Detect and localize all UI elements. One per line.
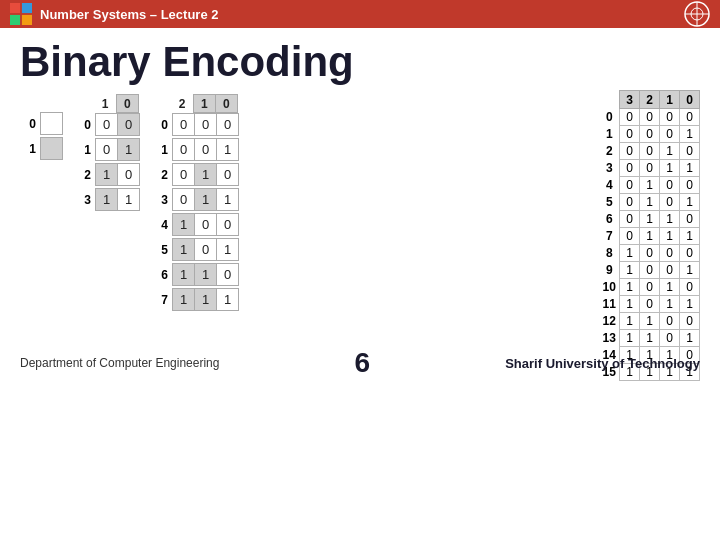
table-row: 131101 xyxy=(600,330,700,347)
four-bit-header: 3 2 1 0 xyxy=(600,91,700,109)
svg-rect-0 xyxy=(10,3,20,13)
table-row: 111011 xyxy=(600,296,700,313)
main-content: Binary Encoding 0 1 xyxy=(0,28,720,387)
table-row: 70111 xyxy=(600,228,700,245)
university-logo-icon xyxy=(684,1,710,27)
table-row: 60110 xyxy=(600,211,700,228)
table-row: 121100 xyxy=(600,313,700,330)
four-bit-table: 3 2 1 0 00000 10001 20010 30011 40100 50… xyxy=(600,90,701,381)
svg-rect-1 xyxy=(22,3,32,13)
table-row: 20010 xyxy=(600,143,700,160)
one-bit-row-0: 0 xyxy=(20,112,63,135)
two-bit-group: 1 0 0 0 0 1 0 xyxy=(75,94,140,213)
three-bit-row-1: 1 001 xyxy=(152,138,239,161)
content-area: 0 1 1 0 xyxy=(20,90,700,381)
three-bit-row-3: 3 011 xyxy=(152,188,239,211)
table-row: 50101 xyxy=(600,194,700,211)
logo-icon xyxy=(10,3,32,25)
one-bit-row-1: 1 xyxy=(20,137,63,160)
footer-department: Department of Computer Engineering xyxy=(20,356,219,370)
three-bit-group: 2 1 0 0 000 1 001 xyxy=(152,94,239,313)
three-bit-row-7: 7 111 xyxy=(152,288,239,311)
table-row: 81000 xyxy=(600,245,700,262)
two-bit-row-3: 3 1 1 xyxy=(75,188,140,211)
three-bit-row-4: 4 100 xyxy=(152,213,239,236)
three-bit-row-6: 6 110 xyxy=(152,263,239,286)
svg-rect-3 xyxy=(22,15,32,25)
left-section: 0 1 1 0 xyxy=(20,90,590,313)
table-row: 10001 xyxy=(600,126,700,143)
footer: Department of Computer Engineering 6 Sha… xyxy=(20,347,700,379)
table-row: 00000 xyxy=(600,109,700,126)
table-row: 91001 xyxy=(600,262,700,279)
two-bit-row-2: 2 1 0 xyxy=(75,163,140,186)
three-bit-row-5: 5 101 xyxy=(152,238,239,261)
page-title: Binary Encoding xyxy=(20,38,700,86)
header-bar: Number Systems – Lecture 2 xyxy=(0,0,720,28)
svg-rect-2 xyxy=(10,15,20,25)
header-title: Number Systems – Lecture 2 xyxy=(40,7,218,22)
table-row: 30011 xyxy=(600,160,700,177)
footer-university: Sharif University of Technology xyxy=(505,356,700,371)
table-row: 101010 xyxy=(600,279,700,296)
footer-page-number: 6 xyxy=(355,347,371,379)
small-tables-row: 0 1 1 0 xyxy=(20,94,590,313)
two-bit-row-0: 0 0 0 xyxy=(75,113,140,136)
table-row: 40100 xyxy=(600,177,700,194)
right-section: 3 2 1 0 00000 10001 20010 30011 40100 50… xyxy=(600,90,701,381)
two-bit-row-1: 1 0 1 xyxy=(75,138,140,161)
three-bit-row-0: 0 000 xyxy=(152,113,239,136)
one-bit-group: 0 1 xyxy=(20,94,63,162)
three-bit-row-2: 2 010 xyxy=(152,163,239,186)
